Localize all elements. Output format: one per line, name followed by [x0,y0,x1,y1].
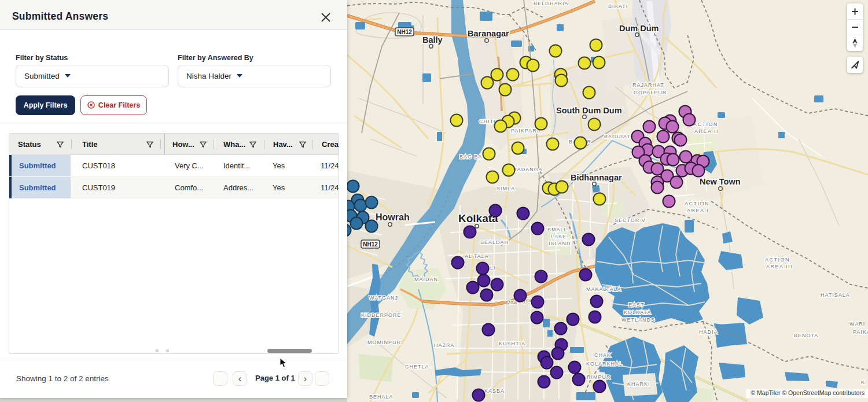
svg-text:RAJARHAT: RAJARHAT [632,82,664,88]
svg-text:GOPALPUR: GOPALPUR [634,90,667,95]
svg-text:EAST: EAST [628,302,645,308]
svg-text:New Town: New Town [700,177,741,186]
svg-text:SECTOR V: SECTOR V [615,217,646,223]
svg-text:KUSHTIA: KUSHTIA [499,341,525,346]
svg-text:AREA II: AREA II [694,128,719,134]
svg-text:Dum Dum: Dum Dum [619,24,659,33]
svg-text:WARI: WARI [849,321,865,327]
svg-text:AREA III: AREA III [766,264,793,270]
svg-text:HADIA: HADIA [699,329,718,335]
svg-text:BELGHARIA: BELGHARIA [534,1,569,6]
svg-text:WATGANJ: WATGANJ [369,295,398,301]
svg-text:Bally: Bally [422,35,443,45]
svg-text:MAIDAN: MAIDAN [414,276,438,282]
svg-text:BIRATI: BIRATI [608,3,628,9]
svg-text:BAG BA: BAG BA [459,154,483,160]
svg-text:KASBA: KASBA [484,388,505,394]
svg-text:KHARKI: KHARKI [627,381,650,387]
svg-text:TADANGA: TADANGA [514,167,543,172]
svg-text:Bidhannagar: Bidhannagar [571,173,622,182]
svg-text:K: K [861,379,865,385]
svg-text:PAIKPARA: PAIKPARA [511,128,541,134]
svg-text:AL TALA: AL TALA [465,253,489,259]
svg-text:CHAK: CHAK [594,352,611,358]
svg-text:SIMLA: SIMLA [496,186,515,191]
svg-text:ISLAND: ISLAND [549,241,571,246]
svg-text:SEALDAH: SEALDAH [480,239,509,245]
svg-text:HATISALA: HATISALA [821,292,850,298]
svg-text:KOLARKHAL: KOLARKHAL [586,361,623,367]
svg-text:ARIMPUR: ARIMPUR [583,374,611,380]
svg-text:BEHALA: BEHALA [369,394,393,400]
svg-text:CHETLA: CHETLA [405,364,429,370]
svg-text:AREA I: AREA I [687,208,709,213]
svg-text:KOLKATA: KOLKATA [624,309,651,315]
svg-text:LAKE: LAKE [551,234,567,239]
svg-text:NH12: NH12 [397,29,412,35]
svg-text:MAKALTALA: MAKALTALA [586,286,621,292]
svg-text:Howrah: Howrah [376,212,410,222]
svg-text:Baranagar: Baranagar [468,29,509,38]
svg-text:ACTION: ACTION [693,121,718,127]
svg-text:South Dum Dum: South Dum Dum [556,106,622,115]
svg-text:SMALL: SMALL [547,227,568,233]
svg-text:MOMINPUR: MOMINPUR [367,340,401,345]
svg-text:ACTION: ACTION [685,201,709,206]
svg-text:ACTION: ACTION [765,257,790,263]
svg-text:BAGUIATI: BAGUIATI [604,134,632,139]
svg-text:KIDDERPORE: KIDDERPORE [361,312,402,318]
svg-text:NH12: NH12 [363,241,378,248]
svg-text:PAIKA: PAIKA [853,329,868,335]
svg-text:HAZRA: HAZRA [434,342,455,348]
svg-text:BENOTA: BENOTA [794,333,818,338]
svg-text:WETLANDS: WETLANDS [621,317,655,323]
